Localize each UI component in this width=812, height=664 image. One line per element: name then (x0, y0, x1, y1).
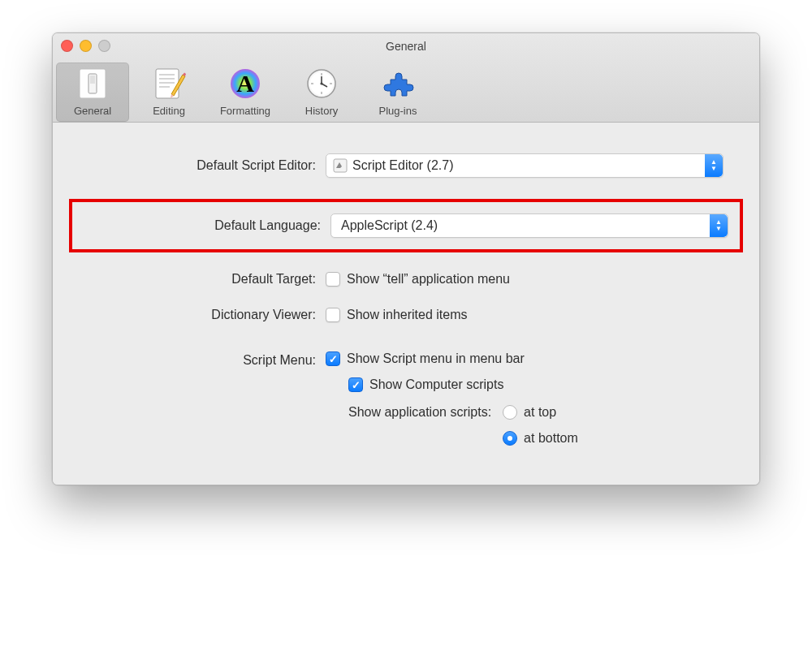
window-title: General (53, 40, 759, 53)
preferences-toolbar: General Editing (53, 59, 759, 122)
titlebar: General General (53, 33, 759, 123)
tab-editing-label: Editing (153, 105, 185, 117)
popup-arrows-icon: ▲▼ (705, 154, 723, 177)
row-default-language: Default Language: AppleScript (2.4) ▲▼ (77, 213, 735, 238)
show-tell-menu-checkbox[interactable] (326, 272, 340, 287)
tab-editing[interactable]: Editing (132, 63, 205, 122)
show-script-menu-checkbox[interactable]: ✓ (326, 351, 340, 366)
svg-text:A: A (236, 70, 254, 97)
label-script-menu: Script Menu: (72, 351, 326, 368)
default-language-popup[interactable]: AppleScript (2.4) ▲▼ (330, 213, 728, 238)
show-script-menu-label: Show Script menu in menu bar (347, 351, 525, 366)
label-default-language: Default Language: (77, 218, 330, 233)
tab-history[interactable]: History (285, 63, 358, 122)
script-editor-app-icon (333, 158, 348, 173)
show-computer-scripts-label: Show Computer scripts (369, 377, 503, 392)
default-language-value: AppleScript (2.4) (338, 218, 710, 233)
editing-icon (151, 66, 187, 101)
show-inherited-checkbox[interactable] (326, 308, 340, 322)
row-default-target: Default Target: Show “tell” application … (72, 272, 740, 287)
label-dictionary-viewer: Dictionary Viewer: (72, 308, 326, 322)
popup-arrows-icon: ▲▼ (710, 214, 728, 237)
formatting-icon: A (227, 66, 263, 101)
tab-plugins[interactable]: Plug-ins (361, 63, 434, 122)
at-bottom-radio[interactable] (503, 431, 517, 446)
row-default-script-editor: Default Script Editor: Script Editor (2.… (72, 153, 740, 178)
tab-general[interactable]: General (56, 63, 129, 122)
tab-formatting[interactable]: A Formatting (209, 63, 282, 122)
general-icon (75, 66, 110, 101)
minimize-window-button[interactable] (80, 40, 92, 52)
zoom-window-button[interactable] (98, 40, 110, 52)
at-top-label: at top (524, 405, 556, 420)
close-window-button[interactable] (61, 40, 73, 52)
history-icon (304, 66, 339, 101)
row-show-computer-scripts: ✓ Show Computer scripts (326, 377, 740, 392)
tab-plugins-label: Plug-ins (379, 105, 417, 117)
show-application-scripts-label: Show application scripts: (348, 405, 491, 420)
default-script-editor-popup[interactable]: Script Editor (2.7) ▲▼ (326, 153, 723, 178)
svg-point-21 (320, 82, 322, 84)
default-script-editor-value: Script Editor (2.7) (352, 158, 705, 173)
show-inherited-label: Show inherited items (347, 308, 468, 322)
show-tell-menu-label: Show “tell” application menu (347, 272, 510, 287)
highlight-default-language: Default Language: AppleScript (2.4) ▲▼ (69, 199, 743, 252)
show-computer-scripts-checkbox[interactable]: ✓ (348, 377, 363, 392)
label-default-script-editor: Default Script Editor: (72, 158, 326, 173)
tab-general-label: General (74, 105, 111, 117)
at-bottom-label: at bottom (524, 431, 578, 446)
window-controls (61, 40, 110, 52)
content-area: Default Script Editor: Script Editor (2.… (53, 123, 759, 485)
row-dictionary-viewer: Dictionary Viewer: Show inherited items (72, 308, 740, 322)
tab-formatting-label: Formatting (220, 105, 270, 117)
application-scripts-radio-group: at top at bottom (503, 405, 578, 446)
tab-history-label: History (305, 105, 338, 117)
label-default-target: Default Target: (72, 272, 326, 287)
plugins-icon (380, 66, 416, 101)
row-show-application-scripts: Show application scripts: at top at bott… (326, 405, 740, 446)
titlebar-top: General (53, 33, 759, 59)
at-top-radio[interactable] (503, 405, 517, 420)
preferences-window: General General (52, 32, 760, 485)
svg-rect-2 (90, 75, 95, 84)
row-script-menu: Script Menu: ✓ Show Script menu in menu … (72, 351, 740, 446)
